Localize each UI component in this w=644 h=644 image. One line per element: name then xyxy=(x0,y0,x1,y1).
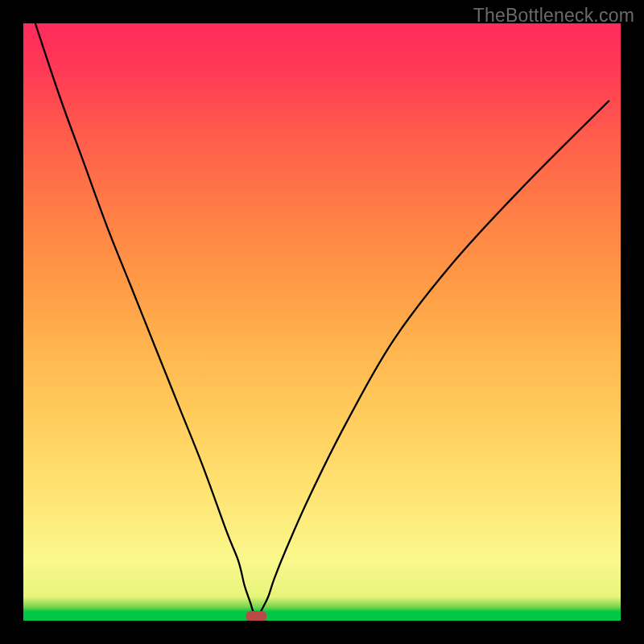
optimal-point-marker xyxy=(246,611,266,621)
chart-svg xyxy=(23,23,621,621)
watermark-text: TheBottleneck.com xyxy=(473,5,634,27)
bottleneck-curve xyxy=(35,23,609,615)
chart-frame: TheBottleneck.com xyxy=(0,0,644,644)
